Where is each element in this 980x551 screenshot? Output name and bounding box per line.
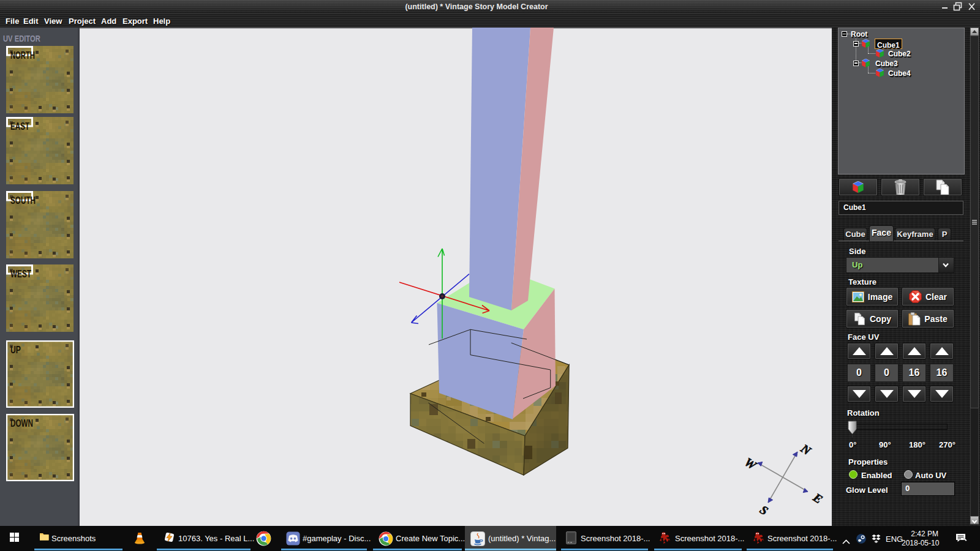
svg-text:DOWN: DOWN — [10, 418, 33, 429]
svg-text:SOUTH: SOUTH — [10, 195, 36, 206]
svg-text:EAST: EAST — [10, 121, 29, 132]
svg-text:UP: UP — [10, 344, 21, 356]
svg-text:WEST: WEST — [10, 268, 31, 280]
svg-text:NORTH: NORTH — [10, 50, 35, 61]
